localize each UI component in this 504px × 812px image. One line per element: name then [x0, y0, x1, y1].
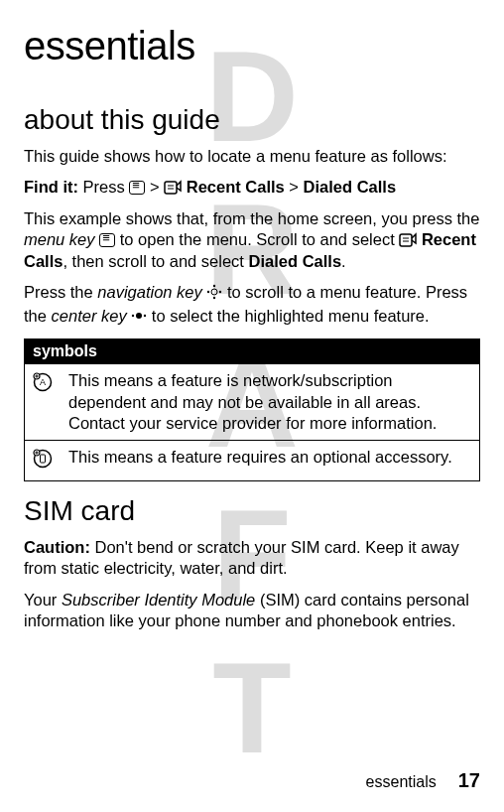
- find-it-line: Find it: Press > Recent Calls > Dialed C…: [24, 177, 480, 198]
- navigation-paragraph: Press the navigation key to scroll to a …: [24, 282, 480, 329]
- menu-key-icon: [99, 233, 115, 247]
- svg-point-6: [211, 289, 217, 295]
- svg-point-12: [132, 314, 134, 316]
- p3a: Press the: [24, 283, 97, 301]
- svg-point-9: [207, 291, 209, 293]
- p2g: .: [341, 252, 346, 270]
- table-row: A This means a feature is network/subscr…: [25, 364, 480, 441]
- recent-calls-icon: [399, 231, 417, 247]
- recent-calls-icon: [164, 179, 182, 195]
- page-footer: essentials17: [366, 769, 480, 792]
- gt2: >: [285, 178, 304, 196]
- sim-caution-paragraph: Caution: Don't bend or scratch your SIM …: [24, 537, 480, 580]
- p2e: , then scroll to and select: [63, 252, 248, 270]
- svg-point-8: [213, 297, 215, 299]
- navigation-key-icon: [206, 284, 222, 305]
- p3e: to select the highlighted menu feature.: [147, 307, 429, 325]
- accessory-required-icon: [33, 454, 53, 472]
- footer-section-label: essentials: [366, 773, 437, 790]
- section-about-heading: about this guide: [24, 104, 480, 136]
- menu-key-term: menu key: [24, 230, 95, 248]
- example-paragraph: This example shows that, from the home s…: [24, 208, 480, 272]
- center-key-icon: [131, 308, 147, 329]
- svg-text:A: A: [40, 377, 46, 387]
- recent-calls-text: Recent Calls: [182, 178, 285, 196]
- gt1: >: [145, 178, 164, 196]
- intro-paragraph: This guide shows how to locate a menu fe…: [24, 146, 480, 167]
- dialed-calls-bold: Dialed Calls: [249, 252, 342, 270]
- svg-point-11: [136, 313, 142, 319]
- sim-p2a: Your: [24, 591, 62, 609]
- symbol-description-2: This means a feature requires an optiona…: [61, 441, 480, 480]
- symbols-header: symbols: [25, 339, 480, 364]
- p2c: to open the menu. Scroll to and select: [115, 230, 399, 248]
- sim-module-term: Subscriber Identity Module: [62, 591, 255, 609]
- symbol-description-1: This means a feature is network/subscrip…: [61, 364, 480, 441]
- symbols-table: symbols A This means a feature is networ…: [24, 338, 480, 481]
- page-number: 17: [458, 769, 480, 791]
- svg-rect-3: [400, 234, 412, 246]
- dialed-calls-text: Dialed Calls: [304, 178, 397, 196]
- center-key-term: center key: [52, 307, 127, 325]
- find-it-label: Find it:: [24, 178, 78, 196]
- menu-key-icon: [129, 181, 145, 195]
- svg-rect-0: [165, 182, 177, 194]
- svg-point-7: [213, 285, 215, 287]
- network-dependent-icon: A: [33, 377, 53, 395]
- table-row: This means a feature requires an optiona…: [25, 441, 480, 480]
- nav-key-term: navigation key: [97, 283, 202, 301]
- section-sim-heading: SIM card: [24, 495, 480, 527]
- svg-rect-20: [41, 455, 46, 463]
- page-content: essentials about this guide This guide s…: [24, 24, 480, 632]
- caution-label: Caution:: [24, 538, 90, 556]
- page-title: essentials: [24, 24, 480, 68]
- find-it-press: Press: [78, 178, 129, 196]
- p2a: This example shows that, from the home s…: [24, 209, 479, 227]
- sim-info-paragraph: Your Subscriber Identity Module (SIM) ca…: [24, 590, 480, 632]
